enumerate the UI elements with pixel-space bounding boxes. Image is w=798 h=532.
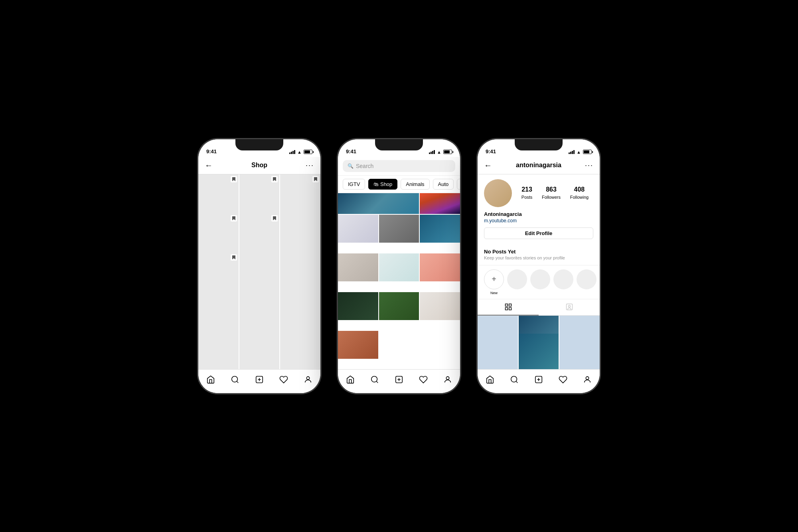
no-posts-subtitle: Keep your favorites stories on your prof… — [484, 255, 593, 260]
phone-1-back-button[interactable]: ← — [205, 161, 213, 170]
grid-item-sofa[interactable] — [198, 174, 239, 215]
profile-tab-grid[interactable] — [478, 299, 539, 315]
grid-item-stairs[interactable] — [239, 331, 280, 369]
filter-tab-shop[interactable]: 🛍 Shop — [368, 179, 397, 190]
grid-item-pendant[interactable] — [239, 214, 280, 254]
phone-3-status-icons: ▲ — [569, 150, 592, 154]
filter-tab-igtv[interactable]: IGTV — [343, 179, 365, 190]
search-grid-surf-large[interactable] — [338, 193, 419, 214]
grid-item-lamp[interactable] — [198, 214, 239, 254]
phone-3: 9:41 ▲ ← antoninagarsia ··· — [477, 138, 600, 394]
story-placeholder-2[interactable] — [530, 269, 550, 289]
tab-3-search[interactable] — [506, 372, 522, 388]
story-add-button[interactable]: + — [484, 269, 504, 289]
grid-item-bathroom[interactable] — [239, 292, 280, 332]
stat-following: 408 Following — [570, 186, 589, 200]
signal-icon — [289, 150, 295, 154]
stat-followers-number: 863 — [542, 186, 561, 193]
story-placeholder-4[interactable] — [577, 269, 597, 289]
edit-profile-button[interactable]: Edit Profile — [484, 227, 593, 239]
profile-name: Antoninagarcia — [484, 211, 593, 217]
grid-item-dark-plant[interactable] — [198, 331, 239, 369]
tab-2-add[interactable] — [391, 372, 407, 388]
no-posts-title: No Posts Yet — [484, 249, 593, 255]
story-placeholder-1[interactable] — [507, 269, 527, 289]
filter-tab-food[interactable]: Food — [457, 179, 460, 190]
phone-2-content — [338, 193, 460, 369]
svg-rect-14 — [505, 308, 508, 310]
search-grid-sunset-large[interactable] — [420, 193, 460, 214]
grid-item-living[interactable] — [198, 292, 239, 332]
search-grid-stairs[interactable] — [420, 292, 460, 320]
stat-followers: 863 Followers — [542, 186, 561, 200]
tab-heart[interactable] — [276, 372, 292, 388]
grid-item-salmon-plant[interactable] — [280, 292, 320, 332]
profile-tab-tagged[interactable] — [539, 299, 600, 315]
search-grid-salmon[interactable] — [420, 253, 460, 281]
search-grid-dark-plant[interactable] — [338, 292, 378, 320]
tab-home[interactable] — [203, 372, 219, 388]
phone-1-more-button[interactable]: ··· — [306, 161, 314, 170]
phone-3-time: 9:41 — [486, 148, 496, 154]
bookmark-icon — [231, 176, 237, 182]
search-grid-living[interactable] — [338, 253, 378, 281]
profile-link[interactable]: m.youtube.com — [484, 218, 593, 223]
phone-3-more-button[interactable]: ··· — [585, 161, 593, 170]
svg-point-17 — [568, 305, 570, 307]
story-placeholder-3[interactable] — [553, 269, 573, 289]
grid-item-wood-chair[interactable] — [280, 253, 320, 293]
stat-following-label: Following — [570, 195, 589, 200]
filter-tab-auto[interactable]: Auto — [433, 179, 454, 190]
phone-3-back-button[interactable]: ← — [484, 161, 492, 170]
stats-group: 213 Posts 863 Followers 408 Following — [517, 186, 593, 200]
svg-rect-16 — [566, 304, 572, 310]
stat-posts: 213 Posts — [521, 186, 533, 200]
search-grid-chair1[interactable] — [338, 215, 378, 243]
profile-grid-lamp[interactable] — [478, 352, 518, 369]
tab-2-profile[interactable] — [440, 372, 456, 388]
tab-2-home[interactable] — [342, 372, 358, 388]
svg-point-23 — [586, 377, 589, 380]
grid-item-couch[interactable] — [280, 331, 320, 369]
phone-2-tab-bar — [338, 369, 460, 393]
grid-item-white-chair[interactable] — [198, 253, 239, 293]
bookmark-icon-4 — [231, 215, 237, 222]
filter-tab-animals[interactable]: Animals — [401, 179, 429, 190]
stories-wrapper: + New — [484, 269, 597, 295]
grid-item-snake-plant[interactable] — [280, 214, 320, 254]
phones-container: 9:41 ▲ ← Shop ··· — [166, 115, 632, 418]
profile-grid — [478, 316, 600, 369]
tab-2-heart[interactable] — [415, 372, 431, 388]
tab-3-add[interactable] — [531, 372, 547, 388]
tab-3-home[interactable] — [482, 372, 498, 388]
tab-3-heart[interactable] — [555, 372, 571, 388]
search-grid-ocean[interactable] — [420, 215, 460, 243]
phone-1-screen: 9:41 ▲ ← Shop ··· — [198, 139, 320, 393]
profile-tabs-row — [478, 299, 600, 316]
tab-search[interactable] — [227, 372, 243, 388]
grid-item-stool[interactable] — [280, 174, 320, 215]
battery-icon — [304, 150, 312, 154]
wifi-icon-2: ▲ — [437, 150, 441, 154]
tab-3-profile[interactable] — [579, 372, 595, 388]
bookmark-icon-3 — [312, 176, 319, 182]
tab-2-search[interactable] — [367, 372, 383, 388]
tab-profile[interactable] — [300, 372, 316, 388]
wifi-icon: ▲ — [297, 150, 302, 154]
grid-item-cabinet[interactable] — [239, 174, 280, 215]
tab-add[interactable] — [251, 372, 267, 388]
grid-item-dark-chair[interactable] — [239, 253, 280, 293]
svg-line-1 — [237, 381, 238, 383]
search-bar[interactable]: 🔍 Search — [343, 160, 455, 172]
phone-1-time: 9:41 — [206, 148, 217, 154]
search-grid-palm[interactable] — [379, 292, 419, 320]
battery-icon-2 — [443, 150, 452, 154]
search-icon: 🔍 — [348, 163, 354, 169]
phone-3-username: antoninagarsia — [516, 162, 561, 169]
search-grid-chair2[interactable] — [379, 215, 419, 243]
search-grid-couch[interactable] — [338, 331, 378, 359]
search-grid-bathroom[interactable] — [379, 253, 419, 281]
profile-grid-pendant[interactable] — [559, 334, 600, 369]
profile-grid-ocean[interactable] — [519, 334, 559, 369]
svg-point-11 — [446, 377, 449, 380]
